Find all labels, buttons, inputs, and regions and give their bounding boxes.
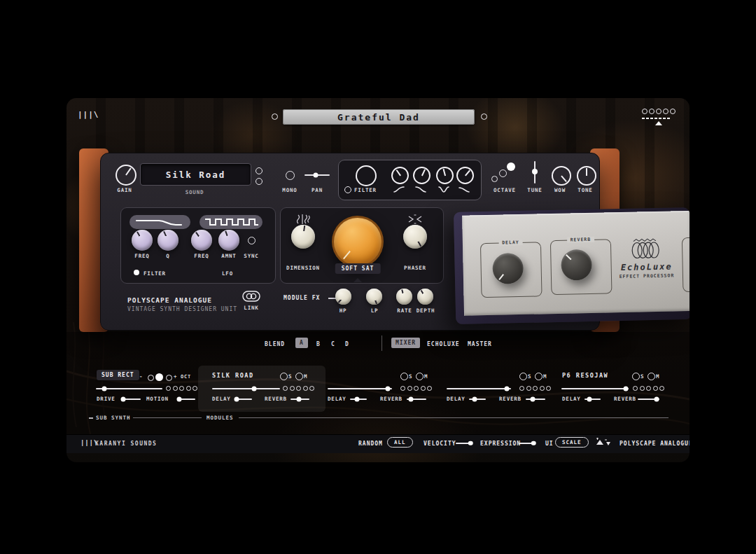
module-1-level-slider[interactable]: [212, 388, 280, 389]
module-2-reverb-slider[interactable]: [407, 399, 426, 400]
filter-curve-screen[interactable]: [130, 215, 190, 229]
module-4-solo-label: S: [640, 373, 644, 380]
preset-prev-button[interactable]: [272, 113, 278, 120]
module-2-delay-slider[interactable]: [350, 399, 367, 400]
dimension-knob[interactable]: [291, 225, 315, 249]
module-1-reverb-slider[interactable]: [290, 399, 309, 400]
lfo-wave-screen[interactable]: [200, 215, 262, 229]
module-1-mute-label: M: [304, 373, 307, 380]
footer-brand: KARANYI SOUNDS: [95, 441, 157, 447]
motion-slider[interactable]: [177, 399, 195, 400]
phaser-knob[interactable]: [403, 225, 427, 249]
module-4-mute-toggle[interactable]: [648, 373, 655, 380]
depth-knob[interactable]: [417, 289, 433, 305]
highpass-curve-icon: [393, 185, 405, 193]
sync-toggle[interactable]: [248, 237, 255, 244]
octave-low-dot[interactable]: [491, 176, 498, 182]
oct-plus[interactable]: +: [174, 373, 177, 380]
echoluxe-unit: DELAY REVERB EchoLuxe EFFECT PROCESSOR: [454, 207, 690, 324]
sub-mode-button[interactable]: SUB RECT: [97, 370, 139, 380]
filter-type1-knob[interactable]: [391, 167, 409, 184]
module-3-delay-slider[interactable]: [469, 399, 486, 400]
module-1-solo-toggle[interactable]: [280, 373, 288, 380]
filter-section-label: FILTER: [354, 187, 377, 193]
mono-toggle[interactable]: [286, 171, 295, 180]
tab-master[interactable]: MASTER: [468, 341, 492, 347]
filter-freq-knob[interactable]: [132, 230, 153, 251]
rate-knob[interactable]: [396, 289, 412, 305]
module-3-reverb-slider[interactable]: [526, 399, 545, 400]
oct-minus[interactable]: -: [139, 373, 143, 380]
module-2-steps-indicator[interactable]: [400, 386, 432, 391]
filter-q-knob[interactable]: [158, 230, 178, 251]
blend-label: BLEND: [265, 341, 285, 347]
module-4-level-slider[interactable]: [561, 388, 629, 389]
filter-active-dot[interactable]: [134, 270, 139, 275]
tab-mixer[interactable]: MIXER: [391, 338, 420, 348]
module-1-steps-indicator[interactable]: [283, 386, 314, 391]
sub-steps-indicator[interactable]: [166, 386, 197, 391]
oct-dot-high[interactable]: [166, 375, 172, 381]
velocity-slider[interactable]: [456, 443, 472, 444]
octave-high-dot[interactable]: [507, 162, 515, 171]
depth-label: DEPTH: [416, 307, 435, 314]
tab-echoluxe[interactable]: ECHOLUXE: [427, 341, 460, 347]
hp-knob[interactable]: [335, 289, 351, 305]
tab-blend-a[interactable]: A: [295, 338, 308, 348]
expression-slider[interactable]: [519, 443, 536, 444]
module-3-level-slider[interactable]: [447, 388, 511, 389]
module-4-steps-indicator[interactable]: [633, 386, 664, 391]
lfo-amount-knob[interactable]: [218, 230, 239, 251]
preset-display[interactable]: Grateful Dad: [283, 109, 475, 125]
oct-dot-mid[interactable]: [155, 373, 163, 381]
lfo-amount-label: AMNT: [221, 253, 236, 259]
pan-slider[interactable]: [304, 174, 330, 176]
module-3-reverb-label: REVERB: [499, 396, 522, 402]
module-3-delay-label: DELAY: [447, 396, 465, 402]
link-icon[interactable]: [242, 291, 260, 302]
module-4-delay-slider[interactable]: [584, 399, 601, 400]
tone-knob[interactable]: [577, 166, 596, 186]
module-1-delay-slider[interactable]: [234, 399, 252, 400]
echoluxe-brand-subtitle: EFFECT PROCESSOR: [620, 272, 675, 279]
wow-knob[interactable]: [552, 166, 571, 186]
lp-knob[interactable]: [366, 289, 382, 305]
tune-slider-dot[interactable]: [532, 169, 538, 174]
module-3-steps-indicator[interactable]: [519, 386, 551, 391]
sub-level-slider[interactable]: [96, 388, 162, 389]
module-4-solo-toggle[interactable]: [632, 373, 640, 380]
preset-next-button[interactable]: [481, 113, 487, 120]
tab-divider: [382, 335, 382, 351]
ui-scale-button[interactable]: SCALE: [555, 437, 589, 448]
tab-blend-c[interactable]: C: [331, 341, 335, 347]
octave-mid-dot[interactable]: [499, 169, 507, 177]
sound-up-button[interactable]: [255, 167, 262, 174]
soft-sat-knob[interactable]: [332, 216, 384, 268]
drive-slider[interactable]: [122, 399, 141, 400]
oct-dot-low[interactable]: [148, 375, 154, 381]
ui-scale-icon[interactable]: [594, 438, 612, 448]
filter-type4-knob[interactable]: [456, 167, 474, 184]
lfo-freq-knob[interactable]: [191, 230, 212, 251]
filter-main-knob[interactable]: [356, 165, 377, 186]
sound-down-button[interactable]: [255, 178, 262, 185]
filter-type2-knob[interactable]: [413, 167, 430, 184]
module-4-reverb-slider[interactable]: [638, 399, 659, 400]
module-3-mute-toggle[interactable]: [535, 373, 542, 380]
module-2-solo-toggle[interactable]: [400, 373, 408, 380]
gain-knob[interactable]: [115, 165, 136, 186]
module-2-mute-toggle[interactable]: [416, 373, 424, 380]
module-3-solo-toggle[interactable]: [519, 373, 527, 380]
expression-label: EXPRESSION: [480, 441, 521, 447]
filter-enable-toggle[interactable]: [344, 186, 351, 193]
random-scope-button[interactable]: ALL: [387, 437, 413, 448]
lfo-panel-label: LFO: [222, 270, 233, 277]
tab-blend-d[interactable]: D: [345, 341, 349, 347]
sound-display[interactable]: Silk Road: [140, 163, 251, 186]
tab-blend-b[interactable]: B: [316, 341, 321, 347]
filter-type3-knob[interactable]: [436, 167, 454, 184]
module-1-mute-toggle[interactable]: [295, 373, 303, 380]
keys-icon[interactable]: [642, 109, 676, 125]
module-2-level-slider[interactable]: [328, 388, 392, 389]
soft-sat-label: SOFT SAT: [335, 263, 381, 274]
